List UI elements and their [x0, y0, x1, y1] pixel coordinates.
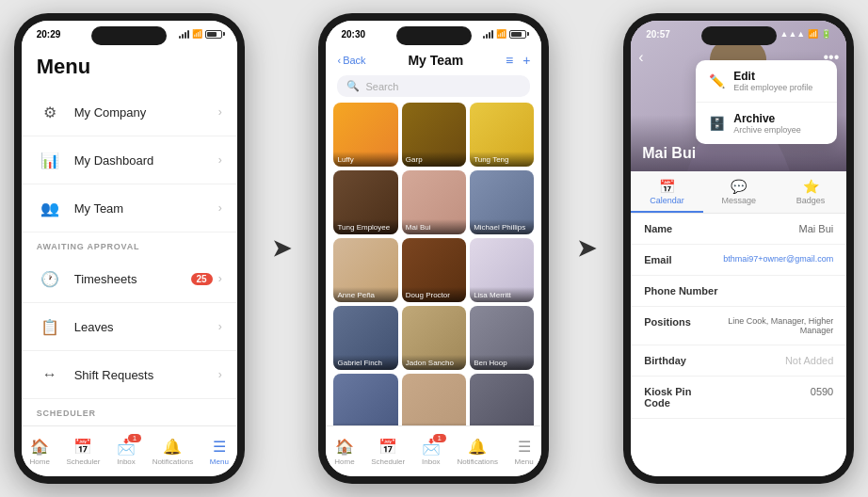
- chevron-icon: ›: [218, 201, 222, 215]
- scheduler-section-label: SCHEDULER: [22, 399, 237, 422]
- list-item[interactable]: Jadon Sancho: [402, 306, 466, 370]
- nav-inbox-2[interactable]: 📩 1 Inbox: [416, 434, 446, 470]
- context-edit[interactable]: ✏️ Edit Edit employee profile: [696, 60, 837, 103]
- list-item[interactable]: Tung Employee: [333, 170, 397, 234]
- menu-item-timesheets[interactable]: 🕐 Timesheets 25 ›: [22, 255, 237, 303]
- nav-inbox-1[interactable]: 📩 1 Inbox: [111, 434, 141, 470]
- chevron-icon: ›: [218, 105, 222, 119]
- member-name: Mai Bui: [406, 223, 462, 232]
- field-birthday: Birthday Not Added: [631, 345, 846, 377]
- edit-text: Edit Edit employee profile: [733, 70, 812, 92]
- context-archive[interactable]: 🗄️ Archive Archive employee: [696, 103, 837, 144]
- email-field-label: Email: [644, 254, 719, 265]
- search-icon: 🔍: [346, 80, 360, 92]
- menu-screen: Menu ⚙ My Company › 📊 My Dashboard › 👥 M…: [22, 47, 237, 425]
- badges-icon: ⭐: [803, 179, 819, 194]
- member-overlay: Jim Cane: [333, 423, 397, 425]
- status-icons-1: 📶: [179, 29, 222, 39]
- list-item[interactable]: Doug Proctor: [402, 238, 466, 302]
- nav-menu-2[interactable]: ☰ Menu: [509, 434, 539, 470]
- menu-item-leaves[interactable]: 📋 Leaves ›: [22, 303, 237, 351]
- wifi-icon-2: 📶: [496, 29, 506, 39]
- tab-message[interactable]: 💬 Message: [703, 171, 775, 213]
- team-icon: 👥: [37, 195, 63, 221]
- notifications-icon: 🔔: [468, 438, 487, 456]
- positions-field-label: Positions: [644, 316, 719, 328]
- nav-scheduler-2[interactable]: 📅 Scheduler: [365, 434, 410, 470]
- menu-item-team[interactable]: 👥 My Team ›: [22, 184, 237, 232]
- list-item[interactable]: Jeremy Thioré: [470, 374, 534, 425]
- timesheets-icon: 🕐: [37, 265, 63, 292]
- archive-subtitle: Archive employee: [733, 125, 801, 135]
- nav-home-1[interactable]: 🏠 Home: [24, 434, 55, 470]
- list-item[interactable]: Michael Phillips: [470, 170, 534, 234]
- menu-item-shift-requests[interactable]: ↔ Shift Requests ›: [22, 351, 237, 399]
- inbox-badge: 1: [128, 434, 141, 442]
- member-overlay: Anne Peña: [333, 287, 397, 302]
- edit-icon: ✏️: [707, 73, 726, 88]
- member-overlay: Garp: [402, 152, 466, 167]
- list-item[interactable]: Ben Hoop: [470, 306, 534, 370]
- filter-icon[interactable]: ≡: [506, 53, 513, 68]
- name-field-label: Name: [644, 223, 719, 234]
- member-name: Jadon Sancho: [406, 359, 462, 367]
- home-label: Home: [334, 457, 354, 466]
- member-name: Luffy: [337, 155, 394, 164]
- search-bar[interactable]: 🔍 Search: [337, 75, 530, 97]
- time-3: 20:57: [646, 29, 670, 40]
- list-item[interactable]: Gabriel Finch: [333, 306, 397, 370]
- notifications-label: Notifications: [153, 457, 194, 466]
- list-item[interactable]: Lisa Merritt: [470, 238, 534, 302]
- list-item[interactable]: Garp: [402, 103, 466, 167]
- email-field-value: bthmai97+owner@gmail.com: [719, 254, 833, 264]
- list-item[interactable]: Luffy: [333, 103, 397, 167]
- member-overlay: Luffy: [333, 152, 397, 167]
- member-overlay: Michael Phillips: [470, 219, 534, 234]
- calendar-icon: 📅: [659, 179, 675, 194]
- nav-notifications-2[interactable]: 🔔 Notifications: [451, 434, 504, 470]
- badges-tab-label: Badges: [796, 196, 826, 205]
- list-item[interactable]: Tanya Lowell: [402, 374, 466, 425]
- add-member-icon[interactable]: +: [522, 53, 530, 68]
- edit-subtitle: Edit employee profile: [733, 83, 812, 92]
- profile-back-button[interactable]: ‹: [638, 49, 643, 66]
- leaves-icon: 📋: [37, 313, 63, 340]
- archive-icon: 🗄️: [707, 116, 726, 131]
- nav-scheduler-1[interactable]: 📅 Scheduler: [60, 434, 105, 470]
- bottom-nav-1: 🏠 Home 📅 Scheduler 📩 1 Inbox 🔔 Notificat…: [22, 425, 237, 476]
- menu-item-dashboard[interactable]: 📊 My Dashboard ›: [22, 136, 237, 184]
- list-item[interactable]: Mai Bui: [402, 170, 466, 234]
- team-actions: ≡ +: [506, 53, 530, 68]
- member-name: Tung Employee: [337, 223, 394, 232]
- nav-home-2[interactable]: 🏠 Home: [329, 434, 360, 470]
- notifications-icon: 🔔: [163, 438, 182, 456]
- list-item[interactable]: Jim Cane: [333, 374, 397, 425]
- context-menu: ✏️ Edit Edit employee profile 🗄️ Archive…: [696, 60, 837, 144]
- nav-notifications-1[interactable]: 🔔 Notifications: [147, 434, 200, 470]
- nav-menu-1[interactable]: ☰ Menu: [204, 434, 234, 470]
- dashboard-label: My Dashboard: [74, 153, 218, 168]
- shift-label: Shift Requests: [74, 368, 218, 382]
- member-overlay: Lisa Merritt: [470, 287, 534, 302]
- list-item[interactable]: Anne Peña: [333, 238, 397, 302]
- menu-item-company[interactable]: ⚙ My Company ›: [22, 88, 237, 136]
- scheduler-label: Scheduler: [371, 457, 405, 466]
- leaves-label: Leaves: [74, 320, 218, 334]
- list-item[interactable]: Tung Teng: [470, 103, 534, 167]
- tab-badges[interactable]: ⭐ Badges: [775, 171, 846, 213]
- member-name: Lisa Merritt: [474, 291, 530, 299]
- profile-fields: Name Mai Bui Email bthmai97+owner@gmail.…: [631, 214, 846, 476]
- birthday-field-label: Birthday: [644, 355, 719, 366]
- tab-calendar[interactable]: 📅 Calendar: [631, 171, 702, 213]
- archive-title: Archive: [733, 112, 801, 125]
- dashboard-icon: 📊: [37, 147, 63, 173]
- back-chevron-icon: ‹: [337, 55, 341, 66]
- home-icon: 🏠: [30, 438, 49, 456]
- menu-nav-label: Menu: [210, 457, 229, 466]
- inbox-badge-wrap-2: 📩 1: [422, 438, 441, 456]
- team-header: ‹ Back My Team ≡ +: [326, 47, 541, 72]
- name-field-value: Mai Bui: [719, 223, 833, 234]
- back-button[interactable]: ‹ Back: [337, 55, 365, 66]
- member-name: Michael Phillips: [474, 223, 530, 232]
- menu-icon: ☰: [213, 438, 226, 456]
